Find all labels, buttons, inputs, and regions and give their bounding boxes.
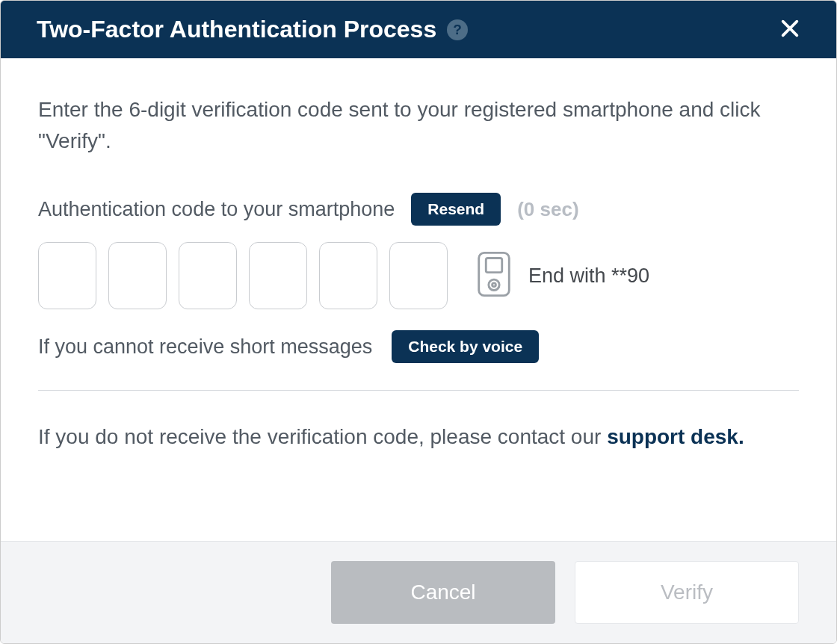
svg-rect-2	[479, 253, 510, 295]
support-text: If you do not receive the verification c…	[38, 421, 799, 453]
code-digit-6[interactable]	[389, 242, 448, 309]
code-input-row: End with **90	[38, 242, 799, 309]
help-icon[interactable]: ?	[447, 19, 468, 40]
countdown-text: (0 sec)	[517, 198, 578, 221]
svg-point-5	[492, 283, 496, 287]
code-digit-2[interactable]	[108, 242, 167, 309]
check-by-voice-button[interactable]: Check by voice	[392, 330, 539, 363]
svg-point-4	[489, 279, 499, 290]
code-inputs	[38, 242, 448, 309]
resend-button[interactable]: Resend	[411, 193, 501, 226]
voice-row: If you cannot receive short messages Che…	[38, 330, 799, 363]
auth-label: Authentication code to your smartphone	[38, 198, 395, 221]
modal-body: Enter the 6-digit verification code sent…	[1, 58, 836, 541]
svg-rect-3	[486, 258, 501, 273]
support-text-prefix: If you do not receive the verification c…	[38, 425, 607, 448]
divider	[38, 390, 799, 391]
modal-header-left: Two-Factor Authentication Process ?	[37, 16, 468, 43]
phone-end-with: End with **90	[528, 264, 649, 288]
modal-footer: Cancel Verify	[1, 541, 836, 643]
two-factor-modal: Two-Factor Authentication Process ? Ente…	[0, 0, 837, 644]
code-digit-4[interactable]	[249, 242, 307, 309]
code-digit-1[interactable]	[38, 242, 96, 309]
modal-header: Two-Factor Authentication Process ?	[1, 1, 836, 58]
voice-label: If you cannot receive short messages	[38, 335, 372, 359]
modal-title: Two-Factor Authentication Process	[37, 16, 436, 43]
cancel-button[interactable]: Cancel	[331, 561, 555, 624]
code-digit-3[interactable]	[179, 242, 237, 309]
auth-label-row: Authentication code to your smartphone R…	[38, 193, 799, 226]
verify-button[interactable]: Verify	[575, 561, 799, 624]
code-digit-5[interactable]	[319, 242, 377, 309]
support-desk-link[interactable]: support desk.	[607, 425, 744, 448]
device-hint: End with **90	[476, 251, 649, 300]
device-icon	[476, 251, 512, 300]
intro-text: Enter the 6-digit verification code sent…	[38, 94, 799, 157]
close-icon[interactable]	[779, 16, 800, 43]
